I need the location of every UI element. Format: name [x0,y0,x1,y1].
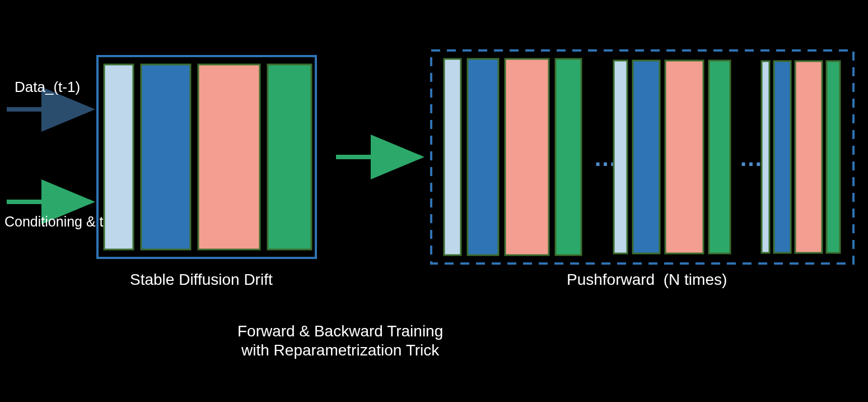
svg-rect-15 [827,61,840,253]
svg-rect-14 [795,61,822,253]
ellipsis-2: … [739,145,763,171]
svg-rect-5 [468,59,498,255]
svg-rect-11 [709,61,730,253]
bar-group-left [104,64,311,249]
svg-rect-9 [633,61,660,253]
pushforward-label: Pushforward (N times) [567,270,727,289]
bar-group-2 [614,61,730,253]
training-label: Forward & Backward Training with Reparam… [237,322,443,359]
legend-cond-label: Conditioning & t [4,213,104,230]
legend-data-label: Data_(t-1) [15,78,80,96]
svg-rect-8 [614,61,627,253]
svg-rect-3 [268,64,311,249]
svg-rect-4 [444,59,461,255]
svg-rect-1 [141,64,190,249]
bar-group-1 [444,59,581,255]
svg-rect-12 [762,61,769,253]
diagram-canvas: … … Stable Diffusion Drift Pushforward (… [0,0,868,402]
svg-rect-7 [556,59,581,255]
svg-rect-2 [198,64,260,249]
bar-group-3 [762,61,840,253]
svg-rect-0 [104,64,133,249]
svg-rect-6 [505,59,549,255]
stable-diffusion-label: Stable Diffusion Drift [130,270,273,289]
svg-rect-13 [774,61,791,253]
svg-rect-10 [665,61,703,253]
